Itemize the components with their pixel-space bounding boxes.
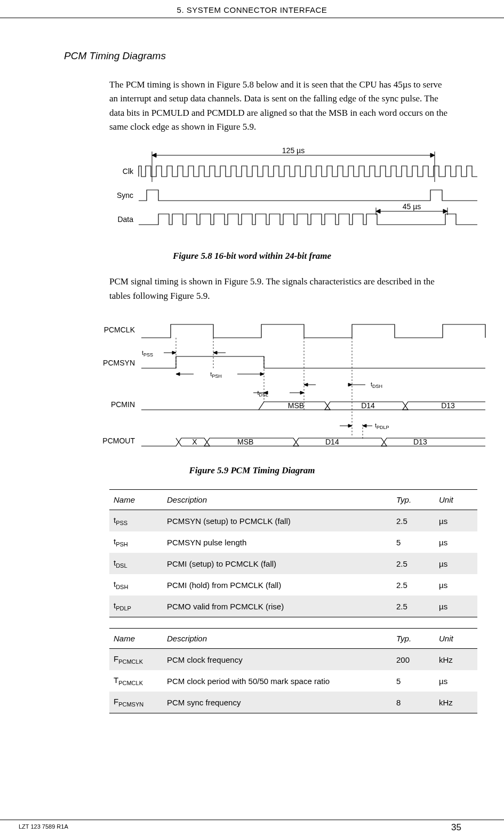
table-header: Unit bbox=[435, 490, 477, 510]
page-header: 5. SYSTEM CONNECTOR INTERFACE bbox=[0, 0, 504, 18]
svg-marker-39 bbox=[304, 383, 308, 386]
svg-marker-34 bbox=[300, 391, 304, 394]
footer-docid: LZT 123 7589 R1A bbox=[19, 823, 68, 830]
svg-text:Sync: Sync bbox=[117, 191, 133, 200]
svg-text:tDSL: tDSL bbox=[257, 390, 268, 398]
table-row: tPSSPCMSYN (setup) to PCMCLK (fall)2.5µs bbox=[109, 510, 477, 532]
paragraph-1: The PCM timing is shown in Figure 5.8 be… bbox=[109, 78, 451, 134]
svg-text:Clk: Clk bbox=[123, 167, 134, 176]
table-row: tDSLPCMI (setup) to PCMCLK (fall)2.5µs bbox=[109, 553, 477, 574]
table-row: FPCMSYNPCM sync frequency8kHz bbox=[109, 692, 477, 713]
svg-marker-40 bbox=[348, 383, 352, 386]
table-header: Typ. bbox=[392, 629, 435, 649]
table-header: Unit bbox=[435, 629, 477, 649]
svg-marker-3 bbox=[152, 153, 156, 157]
footer-page-number: 35 bbox=[451, 822, 461, 833]
svg-text:PCMIN: PCMIN bbox=[111, 400, 135, 409]
svg-text:D13: D13 bbox=[413, 438, 427, 446]
table-row: tPSHPCMSYN pulse length5µs bbox=[109, 531, 477, 553]
svg-marker-49 bbox=[363, 424, 366, 427]
svg-text:PCMOUT: PCMOUT bbox=[102, 436, 135, 445]
svg-text:D14: D14 bbox=[325, 438, 339, 446]
svg-text:X: X bbox=[192, 438, 197, 446]
svg-text:tDSH: tDSH bbox=[371, 381, 382, 389]
svg-text:MSB: MSB bbox=[288, 401, 304, 410]
figure-5-8-caption: Figure 5.8 16-bit word within 24-bit fra… bbox=[43, 251, 461, 261]
figure-5-9-caption: Figure 5.9 PCM Timing Diagram bbox=[43, 465, 461, 476]
table-row: TPCMCLKPCM clock period with 50/50 mark … bbox=[109, 670, 477, 692]
figure-5-9: PCMCLK PCMSYN bbox=[83, 316, 461, 455]
table-header: Name bbox=[109, 490, 163, 510]
svg-text:tPSH: tPSH bbox=[210, 371, 222, 379]
svg-text:Data: Data bbox=[117, 215, 133, 224]
paragraph-2: PCM signal timing is shown in Figure 5.9… bbox=[109, 275, 451, 303]
section-title: PCM Timing Diagrams bbox=[64, 50, 461, 62]
table-header: Description bbox=[163, 490, 392, 510]
svg-text:tPDLP: tPDLP bbox=[375, 422, 389, 430]
svg-marker-30 bbox=[260, 372, 264, 376]
svg-text:45 µs: 45 µs bbox=[403, 202, 421, 211]
svg-text:tPSS: tPSS bbox=[142, 350, 153, 358]
svg-marker-13 bbox=[443, 209, 447, 213]
svg-text:MSB: MSB bbox=[237, 438, 253, 446]
svg-marker-12 bbox=[376, 209, 380, 213]
figure-5-8: 125 µs Clk Sync Data bbox=[93, 147, 461, 240]
table-header: Name bbox=[109, 629, 163, 649]
table-header: Description bbox=[163, 629, 392, 649]
timing-parameters-table: Name Description Typ. Unit tPSSPCMSYN (s… bbox=[109, 489, 477, 617]
table-row: FPCMCLKPCM clock frequency200kHz bbox=[109, 649, 477, 671]
svg-text:125 µs: 125 µs bbox=[282, 147, 305, 155]
table-row: tPDLPPCMO valid from PCMCLK (rise)2.5µs bbox=[109, 595, 477, 617]
svg-marker-23 bbox=[172, 351, 176, 354]
svg-text:D13: D13 bbox=[441, 401, 455, 410]
table-row: tDSHPCMI (hold) from PCMCLK (fall)2.5µs bbox=[109, 574, 477, 595]
svg-text:PCMSYN: PCMSYN bbox=[103, 359, 135, 367]
svg-marker-48 bbox=[348, 424, 352, 427]
page-footer: LZT 123 7589 R1A 35 bbox=[0, 820, 504, 823]
svg-marker-25 bbox=[213, 351, 217, 354]
svg-text:D14: D14 bbox=[361, 401, 375, 410]
svg-text:PCMCLK: PCMCLK bbox=[104, 325, 135, 334]
svg-marker-29 bbox=[176, 372, 180, 376]
table-header: Typ. bbox=[392, 490, 435, 510]
frequency-parameters-table: Name Description Typ. Unit FPCMCLKPCM cl… bbox=[109, 628, 477, 713]
svg-marker-4 bbox=[430, 153, 435, 157]
